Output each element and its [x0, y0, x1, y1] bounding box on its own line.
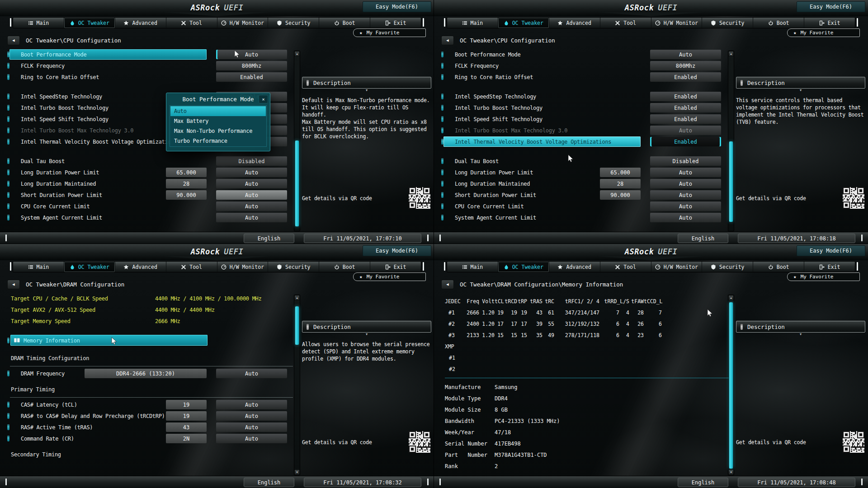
menu-tab-security[interactable]: Security	[702, 18, 753, 28]
numeric-value-box[interactable]: 19	[166, 411, 207, 421]
value-box[interactable]: Enabled	[650, 114, 721, 124]
setting-row-dual-tau-boost[interactable]: Dual Tau BoostDisabled	[440, 155, 730, 167]
scrollbar-thumb[interactable]	[295, 306, 299, 345]
setting-row-long-duration-power-limit[interactable]: Long Duration Power Limit65.000Auto	[6, 167, 296, 178]
setting-row-long-duration-maintained[interactable]: Long Duration Maintained28Auto	[6, 178, 296, 189]
setting-row-fclk-frequency[interactable]: FCLK Frequency800Mhz	[6, 60, 296, 71]
menu-tab-oc-tweaker[interactable]: OC Tweaker	[498, 262, 549, 272]
value-box[interactable]: Auto	[216, 202, 287, 211]
language-button[interactable]: English	[244, 478, 294, 487]
value-box[interactable]: Auto	[650, 50, 721, 59]
value-box[interactable]: Auto	[216, 400, 287, 409]
menu-tab-h-w-monitor[interactable]: H/W Monitor	[217, 262, 269, 272]
scroll-down-button[interactable]: ▼	[294, 469, 300, 475]
menu-tab-tool[interactable]: Tool	[600, 262, 651, 272]
menu-tab-security[interactable]: Security	[268, 262, 319, 272]
menu-tab-main[interactable]: Main	[13, 262, 64, 272]
value-box[interactable]: Enabled	[650, 137, 721, 146]
setting-row-long-duration-maintained[interactable]: Long Duration Maintained28Auto	[440, 178, 730, 189]
menu-tab-h-w-monitor[interactable]: H/W Monitor	[651, 262, 703, 272]
value-box[interactable]: Enabled	[650, 72, 721, 82]
setting-row-ring-to-core-ratio-offset[interactable]: Ring to Core Ratio OffsetEnabled	[6, 71, 296, 83]
back-button[interactable]: ◀	[7, 36, 20, 45]
value-box[interactable]: Enabled	[650, 103, 721, 113]
my-favorite-tab[interactable]: ★My Favorite	[787, 28, 860, 37]
value-box[interactable]: Auto	[650, 190, 721, 200]
setting-row-dual-tau-boost[interactable]: Dual Tau BoostDisabled	[6, 155, 296, 167]
value-box[interactable]: Enabled	[216, 72, 287, 82]
numeric-value-box[interactable]: 28	[166, 179, 207, 188]
menu-tab-exit[interactable]: Exit	[370, 262, 421, 272]
numeric-value-box[interactable]: 90.000	[166, 190, 207, 200]
my-favorite-tab[interactable]: ★My Favorite	[353, 272, 426, 281]
value-box[interactable]: Auto	[216, 179, 287, 188]
setting-row-dram-frequency[interactable]: DRAM FrequencyDDR4-2666 (133:20)Auto	[6, 368, 296, 379]
setting-row-intel-speed-shift-technology[interactable]: Intel Speed Shift TechnologyEnabled	[440, 113, 730, 125]
scrollbar-thumb[interactable]	[729, 141, 733, 222]
menu-tab-tool[interactable]: Tool	[600, 18, 651, 28]
value-box[interactable]: Auto	[216, 411, 287, 421]
setting-row-cpu-core-current-limit[interactable]: CPU Core Current LimitAuto	[440, 201, 730, 212]
setting-row-short-duration-power-limit[interactable]: Short Duration Power Limit90.000Auto	[6, 189, 296, 201]
value-box[interactable]: Auto	[650, 202, 721, 211]
popup-option-max-battery[interactable]: Max Battery	[170, 116, 266, 126]
setting-row-system-agent-current-limit[interactable]: System Agent Current LimitAuto	[440, 212, 730, 223]
menu-tab-boot[interactable]: Boot	[753, 262, 804, 272]
menu-tab-oc-tweaker[interactable]: OC Tweaker	[64, 18, 115, 28]
setting-row-ras-active-time-tras[interactable]: RAS# Active Time (tRAS)43Auto	[6, 422, 296, 433]
numeric-value-box[interactable]: 28	[600, 179, 641, 188]
numeric-value-box[interactable]: 2N	[166, 434, 207, 443]
numeric-value-box[interactable]: DDR4-2666 (133:20)	[85, 369, 207, 378]
menu-tab-boot[interactable]: Boot	[753, 18, 804, 28]
menu-tab-exit[interactable]: Exit	[804, 18, 855, 28]
language-button[interactable]: English	[678, 234, 728, 243]
easy-mode-button[interactable]: Easy Mode(F6)	[363, 245, 431, 256]
popup-option-max-non-turbo-performance[interactable]: Max Non-Turbo Performance	[170, 126, 266, 136]
value-box[interactable]: Enabled	[650, 92, 721, 101]
menu-tab-main[interactable]: Main	[13, 18, 64, 28]
setting-row-intel-thermal-velocity-boost-voltage-optimizations[interactable]: Intel Thermal Velocity Boost Voltage Opt…	[440, 136, 730, 147]
scrollbar-thumb[interactable]	[295, 141, 299, 226]
value-box[interactable]: Auto	[216, 50, 287, 59]
easy-mode-button[interactable]: Easy Mode(F6)	[797, 245, 865, 256]
value-box[interactable]: Auto	[216, 422, 287, 432]
setting-row-intel-turbo-boost-technology[interactable]: Intel Turbo Boost TechnologyEnabled	[440, 102, 730, 113]
setting-row-intel-speedstep-technology[interactable]: Intel SpeedStep TechnologyEnabled	[440, 91, 730, 102]
menu-tab-boot[interactable]: Boot	[319, 18, 370, 28]
easy-mode-button[interactable]: Easy Mode(F6)	[363, 1, 431, 12]
my-favorite-tab[interactable]: ★My Favorite	[353, 28, 426, 37]
menu-tab-tool[interactable]: Tool	[166, 262, 217, 272]
value-box[interactable]: Auto	[216, 434, 287, 443]
numeric-value-box[interactable]: 65.000	[166, 168, 207, 177]
numeric-value-box[interactable]: 90.000	[600, 190, 641, 200]
back-button[interactable]: ◀	[441, 280, 454, 289]
value-box[interactable]: Disabled	[650, 156, 721, 166]
menu-tab-advanced[interactable]: Advanced	[115, 262, 166, 272]
popup-option-turbo-performance[interactable]: Turbo Performance	[170, 136, 266, 146]
popup-option-auto[interactable]: Auto	[170, 106, 266, 116]
setting-row-system-agent-current-limit[interactable]: System Agent Current LimitAuto	[6, 212, 296, 223]
menu-tab-oc-tweaker[interactable]: OC Tweaker	[64, 262, 115, 272]
menu-tab-boot[interactable]: Boot	[319, 262, 370, 272]
value-box[interactable]: Auto	[650, 168, 721, 177]
value-box[interactable]: 800Mhz	[216, 61, 287, 70]
back-button[interactable]: ◀	[7, 280, 20, 289]
value-box[interactable]: 800Mhz	[650, 61, 721, 70]
value-box[interactable]: Auto	[216, 369, 287, 378]
menu-tab-oc-tweaker[interactable]: OC Tweaker	[498, 18, 549, 28]
setting-row-long-duration-power-limit[interactable]: Long Duration Power Limit65.000Auto	[440, 167, 730, 178]
value-box[interactable]: Auto	[650, 126, 721, 135]
menu-tab-advanced[interactable]: Advanced	[549, 18, 600, 28]
menu-tab-tool[interactable]: Tool	[166, 18, 217, 28]
menu-tab-security[interactable]: Security	[702, 262, 753, 272]
numeric-value-box[interactable]: 19	[166, 400, 207, 409]
numeric-value-box[interactable]: 43	[166, 422, 207, 432]
menu-tab-exit[interactable]: Exit	[804, 262, 855, 272]
language-button[interactable]: English	[678, 478, 728, 487]
setting-row-cpu-core-current-limit[interactable]: CPU Core Current LimitAuto	[6, 201, 296, 212]
menu-tab-security[interactable]: Security	[268, 18, 319, 28]
setting-row-short-duration-power-limit[interactable]: Short Duration Power Limit90.000Auto	[440, 189, 730, 201]
setting-row-intel-turbo-boost-max-technology-3-0[interactable]: Intel Turbo Boost Max Technology 3.0Auto	[440, 125, 730, 136]
menu-tab-main[interactable]: Main	[447, 262, 498, 272]
setting-row-boot-performance-mode[interactable]: Boot Performance ModeAuto	[440, 49, 730, 60]
